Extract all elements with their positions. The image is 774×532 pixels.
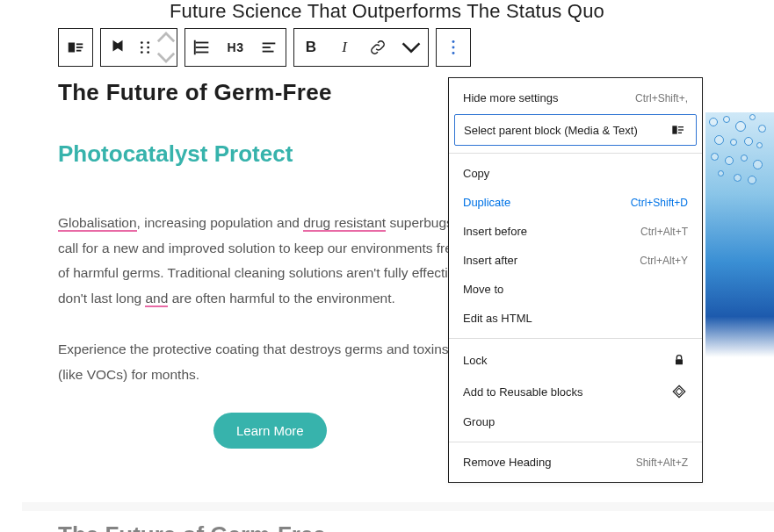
svg-rect-21 — [678, 126, 684, 127]
spellcheck-word: Globalisation — [58, 215, 137, 232]
svg-rect-23 — [678, 133, 682, 133]
svg-rect-20 — [672, 126, 676, 133]
svg-rect-1 — [76, 43, 83, 45]
media-image[interactable] — [705, 112, 774, 385]
options-button[interactable] — [437, 29, 470, 66]
page-title: Future Science That Outperforms The Stat… — [0, 0, 774, 23]
menu-lock[interactable]: Lock — [449, 344, 702, 376]
spellcheck-word: drug resistant — [303, 215, 386, 232]
menu-remove[interactable]: Remove Heading Shift+Alt+Z — [449, 448, 702, 477]
svg-point-19 — [452, 52, 455, 54]
heading-level-button[interactable]: H3 — [219, 29, 252, 66]
svg-rect-13 — [194, 40, 196, 55]
paragraph-2[interactable]: Experience the protective coating that d… — [58, 337, 471, 387]
heading-next[interactable]: The Future of Germ-Free — [58, 521, 326, 532]
svg-rect-0 — [69, 43, 75, 53]
options-dropdown: Hide more settings Ctrl+Shift+, Select p… — [448, 77, 703, 483]
svg-rect-14 — [263, 43, 276, 45]
bold-button[interactable]: B — [294, 29, 328, 66]
svg-point-17 — [452, 40, 455, 43]
menu-select-parent[interactable]: Select parent block (Media & Text) — [454, 114, 697, 146]
heading-h2[interactable]: The Future of Germ-Free — [58, 79, 332, 106]
menu-duplicate[interactable]: Duplicate Ctrl+Shift+D — [449, 188, 702, 217]
block-type-button[interactable] — [59, 29, 92, 66]
menu-group[interactable]: Group — [449, 407, 702, 436]
menu-insert-after[interactable]: Insert after Ctrl+Alt+Y — [449, 246, 702, 275]
svg-rect-15 — [263, 47, 271, 48]
svg-rect-10 — [196, 42, 209, 44]
spellcheck-word: and — [145, 291, 168, 307]
lock-icon — [670, 352, 688, 368]
svg-rect-24 — [676, 359, 683, 364]
menu-reusable[interactable]: Add to Reusable blocks — [449, 376, 702, 407]
block-toolbar: H3 B I — [58, 28, 471, 67]
svg-rect-12 — [196, 52, 209, 54]
drag-handle[interactable] — [134, 29, 156, 66]
svg-rect-16 — [263, 51, 274, 53]
italic-button[interactable]: I — [328, 29, 361, 66]
menu-insert-before[interactable]: Insert before Ctrl+Alt+T — [449, 217, 702, 246]
svg-point-18 — [452, 47, 455, 49]
reusable-icon — [670, 384, 688, 399]
menu-edit-html[interactable]: Edit as HTML — [449, 304, 702, 333]
move-up-down-button[interactable] — [156, 29, 177, 66]
svg-point-5 — [147, 41, 149, 44]
svg-rect-22 — [678, 129, 684, 130]
svg-rect-3 — [76, 50, 82, 52]
menu-copy[interactable]: Copy — [449, 159, 702, 188]
text-align-button[interactable] — [252, 29, 286, 66]
svg-rect-2 — [76, 47, 83, 48]
svg-point-4 — [141, 41, 143, 44]
svg-point-6 — [141, 47, 143, 49]
svg-point-8 — [141, 51, 143, 54]
media-text-icon — [669, 122, 687, 138]
paragraph-1[interactable]: Globalisation, increasing population and… — [58, 211, 471, 312]
svg-point-7 — [147, 47, 149, 49]
align-button[interactable] — [185, 29, 219, 66]
heading-h3[interactable]: Photocatalyst Protect — [58, 140, 293, 168]
learn-more-button[interactable]: Learn More — [213, 413, 327, 449]
svg-rect-11 — [196, 47, 209, 48]
svg-point-9 — [147, 51, 149, 54]
select-parent-button[interactable] — [101, 29, 134, 66]
link-button[interactable] — [361, 29, 394, 66]
menu-hide-settings[interactable]: Hide more settings Ctrl+Shift+, — [449, 83, 702, 112]
menu-move-to[interactable]: Move to — [449, 275, 702, 304]
more-rich-text-button[interactable] — [394, 29, 428, 66]
